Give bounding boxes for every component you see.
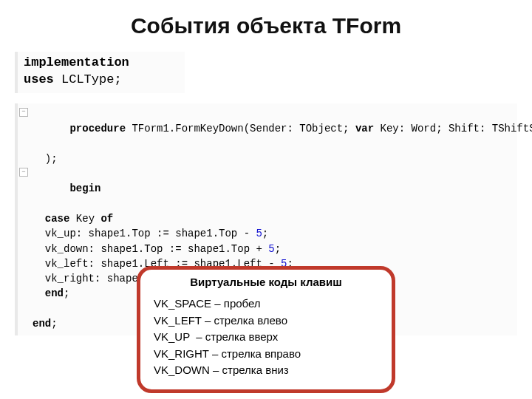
keyword: procedure xyxy=(69,123,126,134)
code-line: vk_up: shape1.Top := shape1.Top - 5; xyxy=(22,226,511,241)
callout-title: Виртуальные коды клавиш xyxy=(154,276,378,288)
keyword: of xyxy=(100,213,113,225)
code-text: ); xyxy=(33,153,58,165)
callout-line: VK_RIGHT – стрелка вправо xyxy=(154,346,378,363)
fold-minus-icon: − xyxy=(19,168,28,177)
callout-line: VK_DOWN – стрелка вниз xyxy=(154,362,378,379)
code-text: ; xyxy=(275,243,281,255)
fold-minus-icon: − xyxy=(19,108,28,117)
code-line: −begin xyxy=(22,166,511,211)
number-literal: 5 xyxy=(256,228,262,239)
code-line: case Key of xyxy=(22,211,511,226)
callout-panel: Виртуальные коды клавиш VK_SPACE – пробе… xyxy=(137,266,395,393)
code-text: vk_up: shape1.Top := shape1.Top - xyxy=(33,228,256,239)
slide: События объекта TForm implementation use… xyxy=(0,0,532,399)
code-text: ; xyxy=(262,228,268,239)
code-text xyxy=(33,287,45,299)
keyword: end xyxy=(33,318,51,330)
keyword: case xyxy=(45,213,70,225)
keyword: uses xyxy=(24,72,54,86)
keyword: var xyxy=(355,123,374,134)
callout-line: VK_SPACE – пробел xyxy=(154,296,378,313)
code-text: vk_down: shape1.Top := shape1.Top + xyxy=(33,243,268,255)
slide-title: События объекта TForm xyxy=(15,13,517,38)
code-text xyxy=(33,213,45,225)
code-text: ; xyxy=(64,287,69,299)
keyword: end xyxy=(45,287,64,299)
keyword: begin xyxy=(69,183,100,194)
code-text xyxy=(33,303,38,315)
number-literal: 5 xyxy=(268,243,274,255)
code-text: TForm1.FormKeyDown(Sender: TObject; xyxy=(126,123,355,134)
title-suffix: TForm xyxy=(332,13,401,38)
code-text: ; xyxy=(51,318,57,330)
code-text: Key xyxy=(69,213,100,225)
callout-line: VK_UP – стрелка вверх xyxy=(154,329,378,346)
code-line: implementation xyxy=(24,55,177,72)
keyword: implementation xyxy=(24,55,129,69)
code-line: uses LCLType; xyxy=(24,72,177,89)
title-prefix: События объекта xyxy=(131,13,332,38)
code-text: Key: Word; Shift: TShiftState xyxy=(374,123,532,134)
callout-line: VK_LEFT – стрелка влево xyxy=(154,313,378,330)
code-line: vk_down: shape1.Top := shape1.Top + 5; xyxy=(22,242,511,256)
code-text: LCLType; xyxy=(54,72,122,86)
code-line: −procedure TForm1.FormKeyDown(Sender: TO… xyxy=(22,106,511,151)
code-block-implementation: implementation uses LCLType; xyxy=(15,52,185,93)
code-line: ); xyxy=(22,151,511,166)
